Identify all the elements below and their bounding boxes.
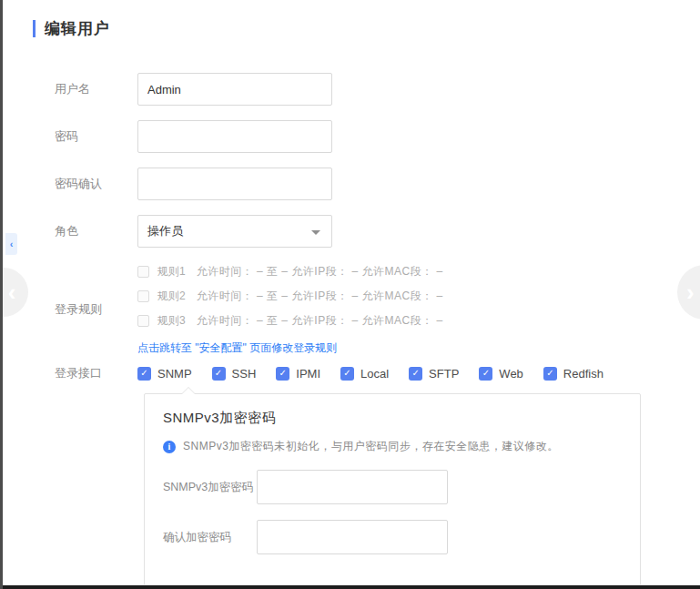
checkbox-checked-icon[interactable]: ✓ <box>409 367 422 381</box>
username-row: 用户名 <box>55 73 700 106</box>
interface-option-sftp[interactable]: ✓ SFTP <box>409 367 459 381</box>
username-input[interactable] <box>137 73 332 106</box>
window-bottom-edge <box>3 585 700 589</box>
interface-option-local[interactable]: ✓ Local <box>340 367 389 381</box>
rule-1-name: 规则1 <box>157 264 186 279</box>
rule-3-detail: 允许时间： – 至 – 允许IP段： – 允许MAC段： – <box>197 313 443 329</box>
chevron-left-icon: ‹ <box>10 239 14 249</box>
role-select[interactable]: 操作员 <box>137 215 332 248</box>
interface-option-web[interactable]: ✓ Web <box>479 367 523 381</box>
snmpv3-confirm-password-label: 确认加密密码 <box>163 530 257 545</box>
password-confirm-row: 密码确认 <box>55 168 700 200</box>
chevron-right-icon: › <box>686 280 695 304</box>
checkbox-checked-icon[interactable]: ✓ <box>137 367 151 381</box>
interface-option-redfish[interactable]: ✓ Redfish <box>543 367 604 381</box>
login-rules-label: 登录规则 <box>55 301 137 318</box>
checkbox-checked-icon[interactable]: ✓ <box>543 367 557 381</box>
security-config-link[interactable]: 点击跳转至 "安全配置" 页面修改登录规则 <box>137 340 443 356</box>
rule-item-1: 规则1 允许时间： – 至 – 允许IP段： – 允许MAC段： – <box>137 262 443 280</box>
checkbox-checked-icon[interactable]: ✓ <box>340 367 354 381</box>
rule-1-checkbox[interactable] <box>137 266 149 278</box>
edit-user-page: 编辑用户 用户名 密码 密码确认 角色 操作员 登录规则 <box>0 0 700 589</box>
snmpv3-notice: i SNMPv3加密密码未初始化，与用户密码同步，存在安全隐患，建议修改。 <box>163 439 622 454</box>
password-input[interactable] <box>137 120 332 153</box>
edit-user-form: 用户名 密码 密码确认 角色 操作员 登录规则 规则1 允许时间： <box>55 73 700 589</box>
chevron-down-icon <box>311 230 320 235</box>
login-interfaces-label: 登录接口 <box>55 365 137 381</box>
interface-option-ssh[interactable]: ✓ SSH <box>212 367 257 381</box>
login-interfaces-list: ✓ SNMP ✓ SSH ✓ IPMI ✓ Local ✓ SFTP <box>137 367 604 381</box>
info-icon: i <box>163 441 176 453</box>
rule-item-3: 规则3 允许时间： – 至 – 允许IP段： – 允许MAC段： – <box>137 311 443 330</box>
password-confirm-label: 密码确认 <box>55 176 137 192</box>
snmpv3-confirm-password-row: 确认加密密码 <box>163 520 622 554</box>
chevron-left-icon: ‹ <box>8 280 16 304</box>
snmpv3-password-panel: SNMPv3加密密码 i SNMPv3加密密码未初始化，与用户密码同步，存在安全… <box>144 393 641 589</box>
password-label: 密码 <box>55 128 137 145</box>
rule-3-name: 规则3 <box>157 313 186 329</box>
login-rules-row: 登录规则 规则1 允许时间： – 至 – 允许IP段： – 允许MAC段： – … <box>55 262 700 356</box>
rule-item-2: 规则2 允许时间： – 至 – 允许IP段： – 允许MAC段： – <box>137 287 443 305</box>
snmpv3-confirm-password-input[interactable] <box>257 520 448 554</box>
role-row: 角色 操作员 <box>55 215 700 248</box>
rule-2-detail: 允许时间： – 至 – 允许IP段： – 允许MAC段： – <box>197 289 443 304</box>
page-header: 编辑用户 <box>33 18 700 39</box>
password-row: 密码 <box>55 120 700 153</box>
role-selected-value: 操作员 <box>147 223 183 239</box>
page-title: 编辑用户 <box>45 18 110 39</box>
rule-1-detail: 允许时间： – 至 – 允许IP段： – 允许MAC段： – <box>197 264 443 279</box>
username-label: 用户名 <box>55 81 137 97</box>
login-interfaces-row: 登录接口 ✓ SNMP ✓ SSH ✓ IPMI ✓ Local <box>55 365 700 381</box>
rule-3-checkbox[interactable] <box>137 315 149 327</box>
snmpv3-notice-text: SNMPv3加密密码未初始化，与用户密码同步，存在安全隐患，建议修改。 <box>183 439 559 454</box>
snmpv3-panel-title: SNMPv3加密密码 <box>163 410 622 427</box>
title-accent-bar <box>33 20 36 37</box>
snmpv3-password-row: SNMPv3加密密码 <box>163 470 622 504</box>
checkbox-checked-icon[interactable]: ✓ <box>276 367 289 381</box>
interface-option-ipmi[interactable]: ✓ IPMI <box>276 367 320 381</box>
password-confirm-input[interactable] <box>137 168 332 200</box>
panel-caret-icon <box>181 388 196 395</box>
snmpv3-password-label: SNMPv3加密密码 <box>163 480 257 495</box>
role-label: 角色 <box>55 223 137 239</box>
login-rules-list: 规则1 允许时间： – 至 – 允许IP段： – 允许MAC段： – 规则2 允… <box>137 262 443 356</box>
carousel-prev-button[interactable]: ‹ <box>0 268 28 317</box>
checkbox-checked-icon[interactable]: ✓ <box>479 367 492 381</box>
checkbox-checked-icon[interactable]: ✓ <box>212 367 226 381</box>
snmpv3-password-input[interactable] <box>257 470 448 504</box>
rule-2-checkbox[interactable] <box>137 290 149 302</box>
rule-2-name: 规则2 <box>157 289 186 304</box>
sidebar-collapse-tab[interactable]: ‹ <box>5 233 17 255</box>
interface-option-snmp[interactable]: ✓ SNMP <box>137 367 192 381</box>
